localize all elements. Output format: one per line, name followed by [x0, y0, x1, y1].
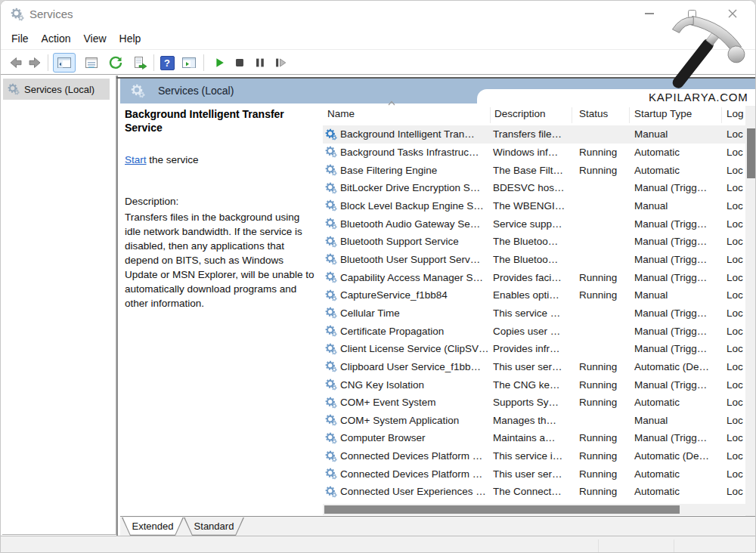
- service-row[interactable]: Base Filtering Engine The Base Filt… Run…: [323, 161, 745, 179]
- start-service-icon: [212, 56, 226, 70]
- service-row[interactable]: Clipboard User Service_f1bb… This user s…: [323, 358, 745, 376]
- service-row[interactable]: Block Level Backup Engine S… The WBENGI……: [323, 197, 745, 215]
- menu-view[interactable]: View: [83, 32, 106, 45]
- cell-description: This user ser…: [493, 358, 567, 376]
- export-list-button[interactable]: [130, 53, 150, 73]
- cell-description: Transfers file…: [493, 125, 567, 144]
- pause-service-button[interactable]: [250, 53, 270, 73]
- menu-action[interactable]: Action: [42, 32, 71, 45]
- column-separator[interactable]: [572, 107, 572, 123]
- service-row[interactable]: Connected Devices Platform … This servic…: [323, 447, 745, 465]
- column-header-name[interactable]: Name: [327, 108, 479, 119]
- start-service-button[interactable]: [209, 53, 229, 73]
- cell-startup-type: Manual: [634, 412, 723, 430]
- horizontal-scrollbar-thumb[interactable]: [324, 505, 680, 514]
- service-row[interactable]: Bluetooth User Support Serv… The Bluetoo…: [323, 251, 745, 269]
- column-header-description[interactable]: Description: [494, 108, 567, 119]
- description-body: Transfers files in the background using …: [125, 210, 317, 310]
- service-row[interactable]: Capability Access Manager S… Provides fa…: [323, 268, 745, 286]
- cell-name: Cellular Time: [340, 304, 488, 323]
- service-row[interactable]: Background Tasks Infrastruc… Windows inf…: [323, 144, 745, 162]
- pause-service-icon: [253, 56, 267, 70]
- horizontal-scrollbar[interactable]: [323, 504, 745, 515]
- show-action-pane-button[interactable]: [179, 53, 199, 73]
- cell-description: BDESVC hos…: [493, 179, 567, 197]
- service-rows: Background Intelligent Tran… Transfers f…: [323, 125, 745, 501]
- service-row[interactable]: CNG Key Isolation The CNG ke… Running Ma…: [323, 375, 745, 394]
- tree-item-services-local[interactable]: Services (Local): [3, 79, 110, 100]
- forward-button[interactable]: [26, 53, 45, 73]
- cell-startup-type: Manual (Trigg…: [634, 304, 723, 323]
- menubar: File Action View Help: [1, 28, 755, 49]
- refresh-button[interactable]: [106, 53, 125, 73]
- help-button[interactable]: ?: [157, 53, 177, 73]
- cell-status: [579, 179, 631, 197]
- column-separator[interactable]: [721, 107, 722, 123]
- menu-help[interactable]: Help: [119, 32, 141, 45]
- service-gear-icon: [325, 394, 338, 412]
- service-row[interactable]: Cellular Time This service … Manual (Tri…: [323, 304, 745, 323]
- cell-description: The WBENGI…: [493, 197, 567, 215]
- cell-log-on-as: Loc: [727, 161, 746, 179]
- column-separator[interactable]: [490, 107, 491, 123]
- service-row[interactable]: Computer Browser Maintains a… Running Ma…: [323, 429, 745, 447]
- cell-status: Running: [579, 483, 631, 501]
- restart-service-button[interactable]: [271, 53, 290, 73]
- service-row[interactable]: COM+ System Application Manages th… Manu…: [323, 412, 745, 430]
- service-row[interactable]: Certificate Propagation Copies user … Ma…: [323, 322, 745, 340]
- cell-log-on-as: Loc: [727, 251, 746, 269]
- start-service-link[interactable]: Start: [125, 154, 147, 165]
- stop-service-icon: [233, 56, 246, 70]
- vertical-scrollbar-thumb[interactable]: [747, 128, 755, 178]
- cell-description: Copies user …: [493, 322, 567, 340]
- service-row[interactable]: BitLocker Drive Encryption S… BDESVC hos…: [323, 179, 745, 197]
- tab-extended[interactable]: Extended: [122, 517, 184, 536]
- cell-log-on-as: Loc: [727, 268, 746, 286]
- cell-description: Maintains a…: [493, 429, 567, 447]
- cell-startup-type: Automatic: [634, 161, 723, 179]
- cell-log-on-as: Loc: [727, 286, 746, 304]
- service-row[interactable]: COM+ Event System Supports Sy… Running A…: [323, 394, 745, 412]
- cell-status: Running: [579, 268, 631, 286]
- service-gear-icon: [325, 125, 338, 144]
- cell-log-on-as: Loc: [727, 394, 746, 412]
- cell-log-on-as: Loc: [727, 304, 746, 323]
- cell-name: Clipboard User Service_f1bb…: [340, 358, 488, 376]
- cell-startup-type: Manual (Trigg…: [634, 268, 723, 286]
- help-icon: ?: [160, 56, 175, 70]
- column-header-log-on-as[interactable]: Log: [727, 108, 745, 119]
- stop-service-button[interactable]: [230, 53, 249, 73]
- cell-status: [579, 125, 631, 144]
- cell-name: CNG Key Isolation: [340, 375, 488, 394]
- service-gear-icon: [325, 233, 338, 251]
- cell-name: Capability Access Manager S…: [340, 268, 488, 286]
- cell-startup-type: Manual: [634, 125, 723, 144]
- service-gear-icon: [325, 286, 338, 304]
- tab-standard[interactable]: Standard: [184, 517, 244, 536]
- menu-file[interactable]: File: [11, 32, 29, 45]
- service-gear-icon: [325, 251, 338, 269]
- bottom-strip-divider: [598, 539, 599, 553]
- column-header-status[interactable]: Status: [579, 108, 626, 119]
- cell-log-on-as: Loc: [727, 375, 746, 394]
- column-separator[interactable]: [629, 107, 630, 123]
- show-console-tree-button[interactable]: [53, 53, 76, 73]
- cell-startup-type: Automatic (De…: [634, 447, 723, 465]
- properties-button[interactable]: [82, 53, 101, 73]
- cell-startup-type: Automatic: [634, 483, 723, 501]
- back-button[interactable]: [5, 53, 25, 73]
- cell-log-on-as: Loc: [727, 233, 746, 251]
- vertical-scrollbar[interactable]: [745, 106, 756, 516]
- cell-log-on-as: Loc: [727, 125, 746, 144]
- service-row[interactable]: Bluetooth Support Service The Bluetoo… M…: [323, 233, 745, 251]
- service-row[interactable]: Connected Devices Platform … This user s…: [323, 465, 745, 483]
- cell-log-on-as: Loc: [727, 483, 746, 501]
- service-row[interactable]: Background Intelligent Tran… Transfers f…: [323, 125, 745, 144]
- service-row[interactable]: Bluetooth Audio Gateway Se… Service supp…: [323, 215, 745, 233]
- service-row[interactable]: CaptureService_f1bb84 Enables opti… Runn…: [323, 286, 745, 304]
- service-gear-icon: [325, 215, 338, 233]
- column-header-startup-type[interactable]: Startup Type: [634, 108, 719, 119]
- service-row[interactable]: Connected User Experiences … The Connect…: [323, 483, 745, 501]
- service-row[interactable]: Client License Service (ClipSV… Provides…: [323, 340, 745, 358]
- description-heading: Description:: [125, 196, 178, 207]
